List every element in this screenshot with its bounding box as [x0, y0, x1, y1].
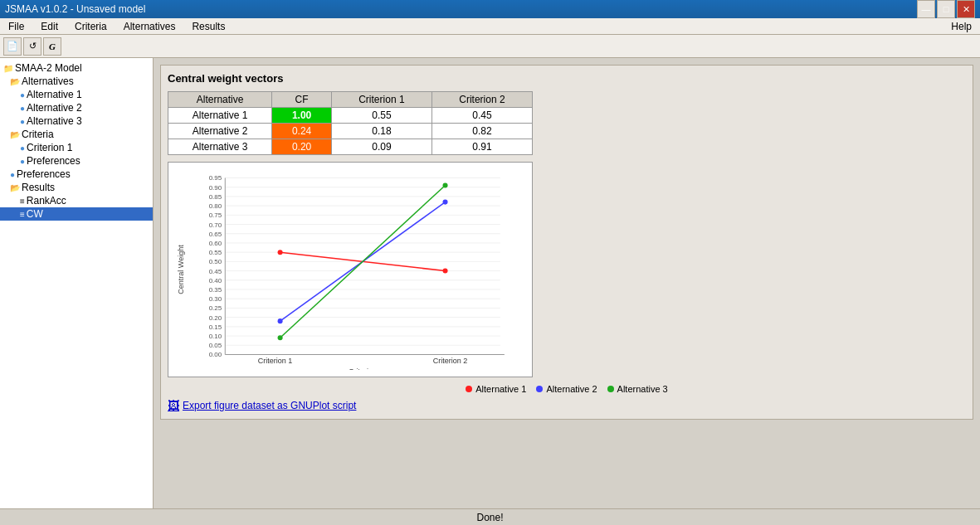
chart-container: Central Weight 0.000.050.100.150.200.250… [168, 162, 533, 377]
cell-c2-0: 0.45 [431, 108, 532, 124]
sidebar-rankacc-label: RankAcc [27, 195, 66, 207]
alt2-icon: ● [20, 104, 25, 113]
rankacc-icon: ≡ [20, 197, 25, 206]
go-button[interactable]: G [43, 37, 61, 56]
table-row: Alternative 3 0.20 0.09 0.91 [168, 139, 533, 155]
preferences-icon: ● [10, 170, 15, 179]
criteria-folder-icon: 📂 [10, 130, 20, 139]
sidebar-item-rankacc[interactable]: ≡ RankAcc [0, 194, 153, 207]
sidebar-alt2-label: Alternative 2 [27, 102, 82, 114]
cell-c1-2: 0.09 [331, 139, 431, 155]
legend-item-alt1: Alternative 1 [466, 384, 526, 394]
svg-text:0.60: 0.60 [209, 240, 222, 247]
legend-label-alt3: Alternative 3 [617, 384, 668, 394]
legend-item-alt3: Alternative 3 [607, 384, 668, 394]
alt1-icon: ● [20, 90, 25, 100]
svg-text:0.25: 0.25 [209, 304, 222, 312]
sidebar-criteria-label: Criteria [22, 129, 54, 140]
app-title: JSMAA v1.0.2 - Unsaved model [5, 3, 145, 15]
cell-c2-1: 0.82 [431, 124, 532, 139]
cell-cf-2: 0.20 [272, 139, 332, 155]
sidebar-item-preferences[interactable]: ● Preferences [0, 168, 153, 181]
sidebar-item-alt3[interactable]: ● Alternative 3 [0, 114, 153, 128]
new-button[interactable]: 📄 [3, 37, 22, 56]
col-header-alt: Alternative [168, 92, 272, 108]
cell-cf-1: 0.24 [272, 124, 332, 139]
svg-text:0.00: 0.00 [209, 352, 222, 359]
svg-text:0.70: 0.70 [209, 221, 222, 229]
sidebar-item-root[interactable]: 📁 SMAA-2 Model [0, 61, 153, 75]
sidebar-item-alternatives[interactable]: 📂 Alternatives [0, 75, 153, 88]
menu-alternatives[interactable]: Alternatives [119, 19, 181, 34]
svg-text:0.55: 0.55 [209, 249, 222, 256]
sidebar-crit2-label: Preferences [27, 155, 80, 167]
table-row: Alternative 2 0.24 0.18 0.82 [168, 124, 533, 139]
sidebar-item-cw[interactable]: ≡ CW [0, 207, 153, 221]
results-folder-icon: 📂 [10, 183, 20, 192]
menu-criteria[interactable]: Criteria [70, 19, 112, 34]
x-label-c2: Criterion 2 [433, 357, 468, 365]
svg-text:0.75: 0.75 [209, 211, 222, 219]
svg-text:0.35: 0.35 [209, 286, 222, 294]
y-axis-label: Central Weight [177, 245, 185, 294]
svg-point-42 [443, 269, 448, 274]
close-button[interactable]: ✕ [957, 0, 975, 18]
cell-c1-1: 0.18 [331, 124, 431, 139]
chart-svg: Central Weight 0.000.050.100.150.200.250… [175, 169, 525, 370]
export-link[interactable]: 🖼 Export figure dataset as GNUPlot scrip… [168, 399, 966, 412]
legend-dot-alt3 [607, 386, 614, 392]
svg-text:0.30: 0.30 [209, 295, 222, 303]
sidebar-item-alt2[interactable]: ● Alternative 2 [0, 101, 153, 114]
x-axis-label: Criterion [349, 367, 377, 370]
sidebar-preferences-label: Preferences [17, 168, 71, 180]
menu-file[interactable]: File [3, 19, 29, 34]
sidebar: 📁 SMAA-2 Model 📂 Alternatives ● Alternat… [0, 58, 154, 508]
svg-text:0.15: 0.15 [209, 323, 222, 331]
svg-text:0.80: 0.80 [209, 202, 222, 210]
sidebar-item-crit1[interactable]: ● Criterion 1 [0, 141, 153, 154]
svg-text:0.05: 0.05 [209, 342, 222, 349]
menu-results[interactable]: Results [187, 19, 230, 34]
sidebar-item-alt1[interactable]: ● Alternative 1 [0, 88, 153, 101]
main-layout: 📁 SMAA-2 Model 📂 Alternatives ● Alternat… [0, 58, 980, 508]
crit2-icon: ● [20, 157, 25, 166]
panel-title: Central weight vectors [168, 72, 966, 85]
svg-text:0.10: 0.10 [209, 333, 222, 340]
legend-dot-alt1 [466, 386, 472, 392]
menu-bar: File Edit Criteria Alternatives Results … [0, 18, 980, 35]
menu-help[interactable]: Help [946, 19, 977, 34]
menu-edit[interactable]: Edit [36, 19, 63, 34]
svg-point-47 [278, 335, 283, 340]
svg-text:0.20: 0.20 [209, 314, 222, 322]
status-bar: Done! [0, 508, 980, 525]
cell-alt-0: Alternative 1 [168, 108, 272, 124]
toolbar: 📄 ↺ G [0, 35, 980, 58]
svg-text:0.95: 0.95 [209, 174, 222, 182]
sidebar-alternatives-label: Alternatives [22, 75, 74, 87]
svg-text:0.65: 0.65 [209, 231, 222, 238]
svg-point-41 [278, 250, 283, 255]
sidebar-item-criteria[interactable]: 📂 Criteria [0, 128, 153, 141]
status-text: Done! [476, 512, 503, 523]
legend-label-alt1: Alternative 1 [475, 384, 526, 394]
sidebar-item-crit2[interactable]: ● Preferences [0, 154, 153, 168]
maximize-button[interactable]: □ [937, 0, 955, 18]
col-header-c1: Criterion 1 [331, 92, 431, 108]
title-bar: JSMAA v1.0.2 - Unsaved model — □ ✕ [0, 0, 980, 18]
y-axis-lines: 0.000.050.100.150.200.250.300.350.400.45… [209, 174, 500, 358]
root-folder-icon: 📁 [3, 64, 13, 73]
svg-text:0.40: 0.40 [209, 277, 222, 284]
minimize-button[interactable]: — [917, 0, 935, 18]
cell-c1-0: 0.55 [331, 108, 431, 124]
sidebar-alt1-label: Alternative 1 [27, 89, 82, 100]
legend-item-alt2: Alternative 2 [536, 384, 597, 394]
refresh-button[interactable]: ↺ [23, 37, 41, 56]
sidebar-item-results[interactable]: 📂 Results [0, 181, 153, 194]
export-label: Export figure dataset as GNUPlot script [183, 400, 356, 411]
svg-text:0.85: 0.85 [209, 193, 222, 201]
sidebar-cw-label: CW [27, 208, 43, 220]
svg-text:0.90: 0.90 [209, 184, 222, 192]
cell-cf-0: 1.00 [272, 108, 332, 124]
col-header-c2: Criterion 2 [431, 92, 532, 108]
main-panel: Central weight vectors Alternative CF Cr… [160, 65, 973, 420]
